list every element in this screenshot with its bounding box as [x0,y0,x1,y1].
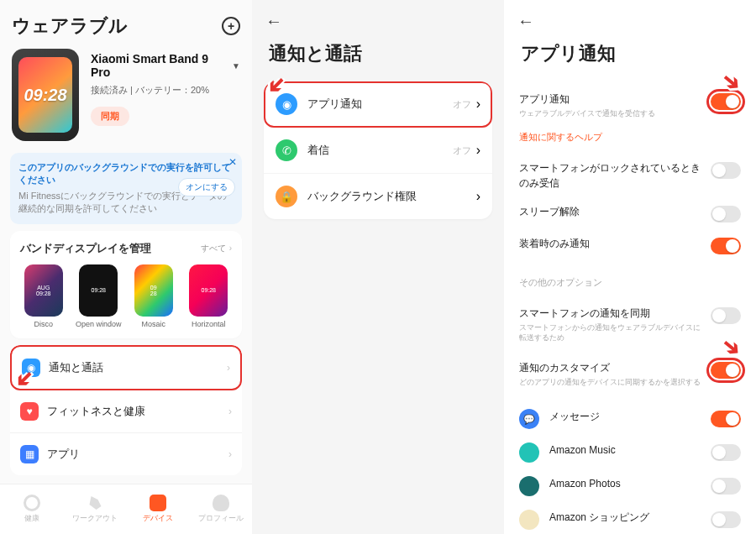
tab-label: デバイス [143,513,173,524]
app-toggle[interactable] [711,411,741,427]
back-arrow-icon[interactable]: ← [265,12,282,31]
row-label: 装着時のみ通知 [519,236,702,251]
row-label: スリープ解除 [519,204,702,219]
row-background-permissions[interactable]: 🔒 バックグラウンド権限 › [264,174,492,219]
person-icon [213,495,229,511]
background-permission-banner: ✕ このアプリのバックグラウンドでの実行を許可してください Mi Fitness… [10,153,242,224]
app-list: 💬 メッセージ Amazon Music Amazon Photos Amazo… [504,399,756,534]
device-info: Xiaomi Smart Band 9 Pro ▼ 接続済み | バッテリー：2… [91,49,240,141]
watchface-item[interactable]: 0928 Mosaic [130,264,177,328]
bottom-tabbar: 健康 ワークアウト デバイス プロフィール [0,484,252,534]
sync-button[interactable]: 同期 [91,107,129,126]
category-list: ◉ 通知と通話 › ♥ フィットネスと健康 › ▦ アプリ › [10,345,242,475]
app-row-amazon-photos: Amazon Photos [519,469,741,503]
section-header-other: その他のオプション [504,264,756,294]
chevron-right-icon: › [228,448,232,460]
ring-icon [24,495,40,511]
screen-notifications-calls: ← 通知と通話 ◉ アプリ通知 オフ › ✆ 着信 オフ › 🔒 バックグラウン… [252,0,504,534]
app-row-amazon-music: Amazon Music [519,436,741,469]
banner-action-button[interactable]: オンにする [178,178,235,196]
header-bar: ← [252,0,504,36]
watch-icon [150,495,166,511]
row-app-notifications[interactable]: ◉ アプリ通知 オフ › [264,81,492,128]
lock-icon: 🔒 [276,186,297,207]
device-status: 接続済み | バッテリー：20% [91,84,240,97]
row-label: 着信 [307,143,453,158]
option-rows: スマートフォンがロックされているときのみ受信 スリープ解除 装着時のみ通知 [504,150,756,264]
close-icon[interactable]: ✕ [228,156,237,168]
row-label: 通知のカスタマイズ [519,360,702,375]
main-toggle-row: アプリ通知 ウェアラブルデバイスで通知を受信する 通知に関するヘルプ [504,80,756,150]
row-label: スマートフォンがロックされているときのみ受信 [519,160,702,191]
page-title: アプリ通知 [504,36,756,80]
row-label: アプリ通知 [307,97,453,112]
device-image: 09:28 [12,49,79,141]
screen-wearable: ウェアラブル 09:28 Xiaomi Smart Band 9 Pro ▼ 接… [0,0,252,534]
row-label: アプリ通知 [519,92,702,107]
app-toggle[interactable] [711,511,741,528]
row-sync-notifications: スマートフォンの通知を同期 スマートフォンからの通知をウェアラブルデバイスに転送… [519,297,741,352]
card-title: バンドディスプレイを管理 [20,241,201,256]
app-label: メッセージ [549,409,702,424]
watchface-item[interactable]: 09:28 Horizontal [186,264,233,328]
card-more-link[interactable]: すべて [201,243,226,254]
row-label: バックグラウンド権限 [307,189,476,204]
settings-card: ◉ アプリ通知 オフ › ✆ 着信 オフ › 🔒 バックグラウンド権限 › [264,81,492,219]
customize-notifications-toggle[interactable] [711,362,741,379]
category-label: アプリ [47,447,228,462]
other-options: スマートフォンの通知を同期 スマートフォンからの通知をウェアラブルデバイスに転送… [504,294,756,400]
app-row-amazon-shopping: Amazon ショッピング [519,503,741,534]
row-only-when-locked: スマートフォンがロックされているときのみ受信 [519,154,741,197]
watchface-thumb: AUG09:28 [24,264,63,317]
row-desc: ウェアラブルデバイスで通知を受信する [519,108,702,119]
amazon-music-icon [519,442,539,463]
watchface-thumb: 0928 [134,264,173,317]
messages-icon: 💬 [519,409,539,429]
screen-app-notifications: ← アプリ通知 アプリ通知 ウェアラブルデバイスで通知を受信する 通知に関するヘ… [504,0,756,534]
add-device-icon[interactable] [222,17,240,35]
app-toggle[interactable] [711,478,741,495]
category-notifications-calls[interactable]: ◉ 通知と通話 › [10,345,242,390]
phone-icon: ✆ [276,139,297,161]
tab-profile[interactable]: プロフィール [189,484,252,534]
back-arrow-icon[interactable]: ← [517,12,534,31]
row-incoming-calls[interactable]: ✆ 着信 オフ › [264,128,492,174]
page-title: ウェアラブル [12,13,222,39]
app-label: Amazon Music [549,442,702,458]
device-name[interactable]: Xiaomi Smart Band 9 Pro ▼ [91,52,240,79]
watchface-item[interactable]: 09:28 Open window [76,264,123,328]
watchface-grid: AUG09:28 Disco 09:28 Open window 0928 Mo… [20,264,232,328]
dropdown-caret-icon[interactable]: ▼ [232,61,240,71]
category-apps[interactable]: ▦ アプリ › [10,433,242,475]
wake-screen-toggle[interactable] [711,206,741,222]
tab-label: 健康 [24,513,39,524]
help-link[interactable]: 通知に関するヘルプ [519,128,741,147]
chat-bubble-icon: ◉ [276,93,297,115]
watchface-label: Horizontal [186,320,233,328]
row-value: オフ [453,144,471,157]
chevron-right-icon: › [229,243,232,253]
sync-notifications-toggle[interactable] [711,307,741,324]
chevron-right-icon: › [476,189,480,204]
app-toggle[interactable] [711,444,741,461]
amazon-shopping-icon [519,510,539,530]
header-bar: ← [504,0,756,36]
chevron-right-icon: › [476,143,480,158]
worn-only-toggle[interactable] [711,238,741,254]
watchface-thumb: 09:28 [189,264,228,317]
row-desc: スマートフォンからの通知をウェアラブルデバイスに転送するため [519,322,702,343]
watch-face-preview: 09:28 [18,57,72,133]
row-label: スマートフォンの通知を同期 [519,306,702,321]
tab-label: プロフィール [198,513,244,524]
category-fitness-health[interactable]: ♥ フィットネスと健康 › [10,390,242,433]
chevron-right-icon: › [228,406,232,417]
tab-health[interactable]: 健康 [0,484,63,534]
device-summary: 09:28 Xiaomi Smart Band 9 Pro ▼ 接続済み | バ… [0,45,252,148]
main-notification-toggle[interactable] [711,93,741,110]
tab-device[interactable]: デバイス [126,484,189,534]
locked-only-toggle[interactable] [711,162,741,179]
watchface-thumb: 09:28 [79,264,118,317]
heart-icon: ♥ [20,402,39,421]
watchface-item[interactable]: AUG09:28 Disco [20,264,67,328]
tab-workout[interactable]: ワークアウト [63,484,126,534]
